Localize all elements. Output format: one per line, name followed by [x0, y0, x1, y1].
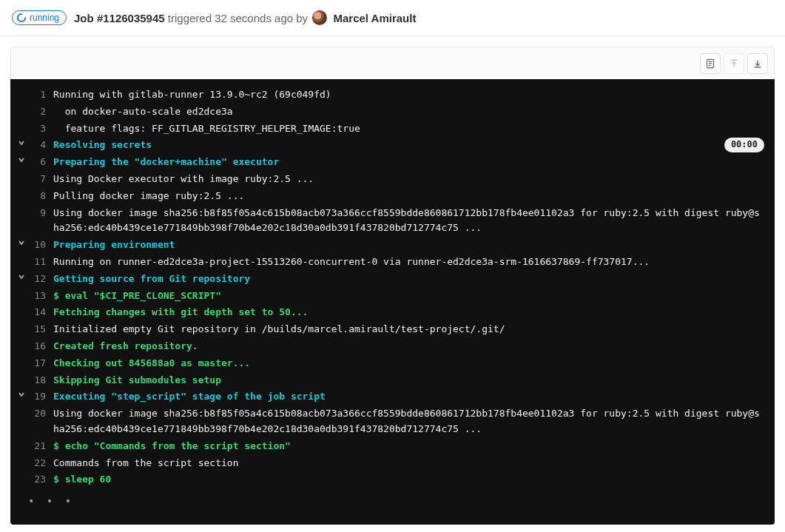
line-number[interactable]: 16: [28, 339, 53, 354]
log-line: 23$ sleep 60: [10, 471, 775, 488]
line-text: Using docker image sha256:b8f85f05a4c615…: [53, 206, 764, 237]
log-section-header[interactable]: 12Getting source from Git repository: [10, 271, 775, 288]
line-number[interactable]: 11: [28, 255, 53, 270]
collapse-chevron-icon[interactable]: [15, 272, 28, 280]
line-number[interactable]: 1: [28, 87, 53, 103]
log-section-header[interactable]: 6Preparing the "docker+machine" executor: [10, 154, 775, 171]
line-number[interactable]: 20: [28, 406, 53, 422]
collapse-chevron-icon[interactable]: [15, 389, 28, 398]
log-line: 17Checking out 845688a0 as master...: [10, 355, 775, 372]
log-line: 11Running on runner-ed2dce3a-project-155…: [10, 254, 775, 271]
line-text: Created fresh repository.: [53, 339, 764, 354]
line-number[interactable]: 13: [28, 289, 53, 304]
log-line: 20Using docker image sha256:b8f85f05a4c6…: [10, 405, 775, 438]
job-trigger-text: triggered 32 seconds ago by: [165, 12, 311, 24]
arrow-up-bar-icon: [729, 58, 739, 69]
line-text: feature flags: FF_GITLAB_REGISTRY_HELPER…: [53, 121, 764, 137]
status-badge-label: running: [30, 13, 59, 23]
author-name[interactable]: Marcel Amirault: [333, 12, 416, 24]
collapse-chevron-icon[interactable]: [15, 138, 28, 147]
collapse-chevron-icon: [15, 206, 28, 207]
line-text: $ echo "Commands from the script section…: [53, 439, 764, 454]
line-text: Pulling docker image ruby:2.5 ...: [53, 189, 764, 204]
line-text: Using docker image sha256:b8f85f05a4c615…: [53, 406, 764, 437]
job-prefix: Job: [74, 12, 97, 24]
collapse-chevron-icon: [15, 87, 28, 89]
collapse-chevron-icon[interactable]: [15, 238, 28, 246]
collapse-chevron-icon: [15, 472, 28, 474]
svg-point-0: [18, 14, 25, 21]
collapse-chevron-icon[interactable]: [15, 155, 28, 164]
log-line: 8Pulling docker image ruby:2.5 ...: [10, 188, 775, 205]
log-line: 2 on docker-auto-scale ed2dce3a: [10, 104, 775, 121]
collapse-chevron-icon: [15, 255, 28, 256]
log-section-header[interactable]: 10Preparing environment: [10, 237, 775, 254]
line-number[interactable]: 6: [28, 155, 53, 170]
collapse-chevron-icon: [15, 439, 28, 440]
line-text: Executing "step_script" stage of the job…: [53, 389, 764, 405]
collapse-chevron-icon: [15, 189, 28, 190]
collapse-chevron-icon: [15, 356, 28, 357]
line-number[interactable]: 10: [28, 238, 53, 253]
log-line: 7Using Docker executor with image ruby:2…: [10, 171, 775, 188]
log-line: 15Initialized empty Git repository in /b…: [10, 321, 775, 338]
line-number[interactable]: 4: [28, 138, 53, 153]
line-number[interactable]: 15: [28, 322, 53, 337]
line-text: Initialized empty Git repository in /bui…: [53, 322, 764, 337]
line-number[interactable]: 7: [28, 172, 53, 187]
log-console[interactable]: 1Running with gitlab-runner 13.9.0~rc2 (…: [10, 79, 775, 525]
scroll-bottom-button[interactable]: [747, 53, 768, 74]
log-line: 13$ eval "$CI_PRE_CLONE_SCRIPT": [10, 288, 775, 305]
log-section-header[interactable]: 4Resolving secrets00:00: [10, 137, 775, 154]
log-line: 14Fetching changes with git depth set to…: [10, 304, 775, 321]
log-line: 22Commands from the script section: [10, 455, 775, 472]
section-duration-badge: 00:00: [724, 138, 764, 152]
author-avatar[interactable]: [312, 10, 327, 25]
log-line: 21$ echo "Commands from the script secti…: [10, 438, 775, 455]
line-number[interactable]: 22: [28, 456, 53, 471]
collapse-chevron-icon: [15, 406, 28, 408]
document-icon: [705, 58, 715, 69]
show-raw-button[interactable]: [700, 53, 721, 74]
line-number[interactable]: 17: [28, 356, 53, 371]
log-section-header[interactable]: 19Executing "step_script" stage of the j…: [10, 388, 775, 405]
line-number[interactable]: 8: [28, 189, 53, 204]
line-text: Checking out 845688a0 as master...: [53, 356, 764, 371]
line-number[interactable]: 21: [28, 439, 53, 454]
line-text: Running with gitlab-runner 13.9.0~rc2 (6…: [53, 87, 764, 103]
log-line: 9Using docker image sha256:b8f85f05a4c61…: [10, 205, 775, 238]
running-spinner-icon: [16, 13, 27, 23]
scroll-top-button[interactable]: [724, 53, 744, 74]
arrow-down-bar-icon: [752, 58, 763, 69]
line-number[interactable]: 9: [28, 206, 53, 221]
job-id: #1126035945: [97, 12, 165, 24]
collapse-chevron-icon: [15, 289, 28, 290]
log-line: 1Running with gitlab-runner 13.9.0~rc2 (…: [10, 87, 775, 104]
line-text: $ eval "$CI_PRE_CLONE_SCRIPT": [53, 289, 764, 304]
line-number[interactable]: 12: [28, 272, 53, 287]
log-line: 18Skipping Git submodules setup: [10, 372, 775, 389]
line-number[interactable]: 19: [28, 389, 53, 405]
log-area: 1Running with gitlab-runner 13.9.0~rc2 (…: [10, 47, 775, 525]
line-text: $ sleep 60: [53, 472, 764, 488]
line-text: Skipping Git submodules setup: [53, 373, 764, 388]
job-title: Job #1126035945 triggered 32 seconds ago…: [74, 10, 416, 25]
loading-indicator: • • •: [10, 488, 775, 509]
line-number[interactable]: 2: [28, 104, 53, 120]
line-number[interactable]: 18: [28, 373, 53, 388]
line-text: Running on runner-ed2dce3a-project-15513…: [53, 255, 764, 270]
line-number[interactable]: 14: [28, 305, 53, 320]
log-line: 16Created fresh repository.: [10, 338, 775, 355]
line-text: Using Docker executor with image ruby:2.…: [53, 172, 764, 187]
line-number[interactable]: 3: [28, 121, 53, 137]
line-text: Resolving secrets: [53, 138, 718, 153]
status-badge-running[interactable]: running: [12, 10, 67, 25]
collapse-chevron-icon: [15, 172, 28, 173]
collapse-chevron-icon: [15, 373, 28, 374]
collapse-chevron-icon: [15, 339, 28, 340]
log-toolbar: [10, 47, 775, 79]
line-number[interactable]: 23: [28, 472, 53, 488]
collapse-chevron-icon: [15, 121, 28, 123]
line-text: Commands from the script section: [53, 456, 764, 471]
line-text: Fetching changes with git depth set to 5…: [53, 305, 764, 320]
